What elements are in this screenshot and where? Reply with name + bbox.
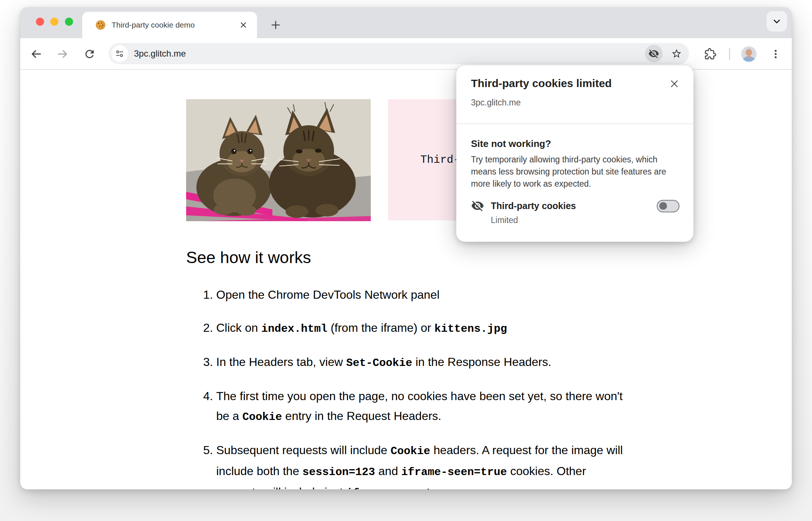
kittens-image [186,99,371,221]
close-window-button[interactable] [36,18,44,26]
step-item: The first time you open the page, no coo… [216,386,629,427]
tab-strip: Third-party cookie demo [20,7,792,38]
step-item: Subsequent requests will include Cookie … [216,440,629,489]
url-text[interactable]: 3pc.glitch.me [134,48,645,59]
star-icon [671,48,682,59]
cookies-popup: Third-party cookies limited 3pc.glitch.m… [456,65,693,242]
profile-avatar[interactable] [741,46,757,62]
close-icon [669,79,679,89]
popup-close-button[interactable] [667,76,682,91]
puzzle-icon [704,48,716,60]
new-tab-button[interactable] [266,15,286,35]
page-title: See how it works [186,247,311,268]
popup-site: 3pc.glitch.me [471,98,521,108]
toggle-knob [659,202,667,210]
cookie-icon [95,20,106,30]
back-icon [30,47,43,61]
site-settings-button[interactable] [111,45,128,62]
chevron-down-icon [772,17,781,26]
toggle-label: Third-party cookies [491,201,576,211]
third-party-cookies-toggle[interactable] [657,200,679,212]
tune-icon [115,49,124,58]
eye-off-icon [471,199,484,212]
tab-close-icon[interactable] [237,19,250,31]
minimize-window-button[interactable] [50,18,58,26]
reload-icon [83,48,96,60]
kebab-menu-icon [770,48,781,60]
toggle-status: Limited [491,215,518,225]
popup-title: Third-party cookies limited [471,77,612,90]
step-item: In the Headers tab, view Set-Cookie in t… [216,352,629,373]
maximize-window-button[interactable] [65,18,73,26]
browser-tab[interactable]: Third-party cookie demo [82,12,257,38]
bookmark-button[interactable] [668,45,685,62]
address-bar[interactable]: 3pc.glitch.me [109,43,689,64]
reload-button[interactable] [81,46,98,62]
toolbar-divider [729,48,730,60]
popup-section-body: Try temporarily allowing third-party coo… [471,154,679,190]
steps-list: Open the Chrome DevTools Network panelCl… [186,285,630,489]
step-item: Click on index.html (from the iframe) or… [216,318,629,339]
popup-section-heading: Site not working? [471,138,551,150]
back-button[interactable] [28,46,44,62]
extensions-button[interactable] [702,46,719,62]
third-party-cookies-button[interactable] [645,45,663,62]
forward-icon [56,47,69,61]
eye-off-icon [648,48,659,59]
tab-search-button[interactable] [766,11,787,32]
popup-divider [456,123,693,124]
tab-title: Third-party cookie demo [112,21,237,29]
forward-button[interactable] [54,46,70,62]
step-item: Open the Chrome DevTools Network panel [216,285,629,305]
browser-menu-button[interactable] [768,46,783,62]
